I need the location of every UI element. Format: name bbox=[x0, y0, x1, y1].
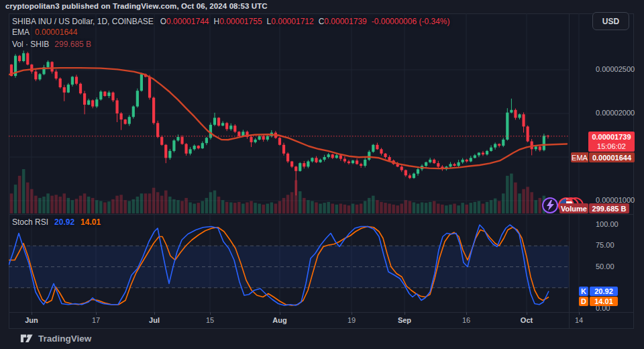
candle bbox=[494, 144, 496, 148]
change-value: -0.00000006 (-0.34%) bbox=[372, 17, 450, 26]
volume-bar bbox=[63, 193, 66, 213]
volume-bar bbox=[453, 203, 456, 213]
time-tick bbox=[579, 312, 580, 315]
volume-bar bbox=[136, 197, 140, 213]
stoch-d-axis-value: 14.01 bbox=[590, 297, 618, 306]
volume-bar bbox=[368, 198, 371, 213]
candle bbox=[55, 72, 58, 79]
stoch-k-axis-tag: K bbox=[579, 287, 588, 296]
volume-bar bbox=[486, 202, 489, 213]
volume-bar bbox=[384, 203, 387, 213]
candle bbox=[347, 162, 350, 164]
candle bbox=[498, 144, 500, 146]
candle bbox=[294, 166, 297, 171]
candle bbox=[217, 118, 220, 126]
symbol-legend: SHIBA INU / US Dollar, 1D, COINBASEO0.00… bbox=[12, 15, 449, 28]
volume-bar bbox=[91, 198, 95, 213]
volume-axis-tag: Volume bbox=[559, 203, 588, 213]
candle bbox=[458, 162, 460, 166]
chart-plot-area[interactable] bbox=[9, 13, 634, 329]
volume-bar bbox=[457, 205, 460, 213]
currency-toggle-button[interactable]: USD bbox=[592, 12, 629, 30]
flash-icon[interactable] bbox=[543, 198, 557, 213]
time-axis-label: 15 bbox=[195, 316, 225, 324]
candle bbox=[319, 160, 321, 162]
candle bbox=[229, 126, 232, 129]
high-value: 0.00001755 bbox=[219, 17, 262, 26]
volume-bar bbox=[376, 200, 379, 213]
open-label: O bbox=[160, 17, 166, 26]
volume-bar bbox=[417, 203, 420, 213]
stoch-axis-label: 75.00 bbox=[596, 241, 614, 249]
volume-bar bbox=[83, 193, 87, 213]
volume-bar bbox=[87, 197, 91, 213]
symbol-title: SHIBA INU / US Dollar, 1D, COINBASE bbox=[12, 17, 154, 26]
ema-axis-value: 0.00001644 bbox=[589, 152, 635, 162]
volume-bar bbox=[111, 199, 115, 213]
volume-bar bbox=[75, 199, 78, 213]
ema-value: 0.00001644 bbox=[35, 28, 77, 37]
volume-bar bbox=[392, 205, 395, 213]
stoch-k-axis-value: 20.92 bbox=[590, 287, 618, 296]
candle bbox=[136, 91, 139, 106]
volume-bar bbox=[46, 193, 50, 213]
volume-bar bbox=[95, 200, 99, 213]
volume-bar bbox=[26, 183, 30, 213]
volume-bar bbox=[119, 195, 123, 213]
volume-bar bbox=[152, 188, 156, 213]
volume-bar bbox=[498, 201, 501, 213]
candle bbox=[180, 137, 183, 144]
volume-bar bbox=[132, 199, 136, 213]
volume-bar bbox=[323, 203, 326, 213]
candle bbox=[522, 114, 525, 126]
volume-bar bbox=[156, 192, 160, 213]
tradingview-logo-icon bbox=[20, 332, 34, 345]
volume-bar bbox=[201, 201, 205, 213]
candle bbox=[356, 160, 358, 164]
candle bbox=[258, 136, 261, 140]
time-axis-label: Jun bbox=[17, 316, 46, 324]
volume-bar bbox=[360, 203, 363, 213]
volume-bar bbox=[490, 200, 493, 213]
candle bbox=[514, 110, 517, 118]
candle bbox=[278, 138, 281, 144]
candle bbox=[262, 136, 265, 140]
stoch-k-value: 20.92 bbox=[54, 217, 74, 227]
candle bbox=[388, 157, 390, 160]
volume-bar bbox=[526, 187, 529, 213]
open-value: 0.00001744 bbox=[166, 17, 209, 26]
volume-bar bbox=[372, 196, 375, 213]
time-tick bbox=[527, 312, 527, 315]
candle bbox=[437, 163, 439, 166]
ema-label: EMA bbox=[12, 28, 30, 37]
volume-bar bbox=[388, 203, 391, 213]
candle bbox=[335, 155, 338, 158]
volume-legend: Vol · SHIB299.685 B bbox=[12, 40, 91, 49]
candle bbox=[233, 126, 236, 132]
candle bbox=[160, 137, 163, 145]
candle bbox=[152, 98, 155, 123]
volume-bar bbox=[311, 201, 314, 213]
volume-bar bbox=[405, 200, 408, 213]
candle bbox=[184, 144, 187, 154]
volume-bar bbox=[184, 198, 188, 213]
volume-bar bbox=[449, 205, 452, 213]
volume-bar bbox=[303, 198, 306, 213]
candle bbox=[372, 145, 374, 152]
tradingview-attribution[interactable]: TradingView bbox=[20, 332, 91, 345]
candle bbox=[237, 132, 240, 136]
volume-bar bbox=[225, 202, 229, 213]
volume-bar bbox=[421, 203, 424, 214]
volume-bar bbox=[518, 193, 521, 213]
candle bbox=[201, 143, 204, 148]
volume-bar bbox=[233, 203, 237, 213]
candle bbox=[409, 175, 411, 178]
candle bbox=[132, 107, 135, 117]
candle bbox=[103, 92, 106, 97]
candle bbox=[315, 158, 317, 162]
candle bbox=[156, 123, 159, 137]
candle bbox=[543, 136, 545, 150]
candle bbox=[433, 160, 435, 163]
candle bbox=[172, 140, 175, 151]
candle bbox=[95, 99, 98, 106]
